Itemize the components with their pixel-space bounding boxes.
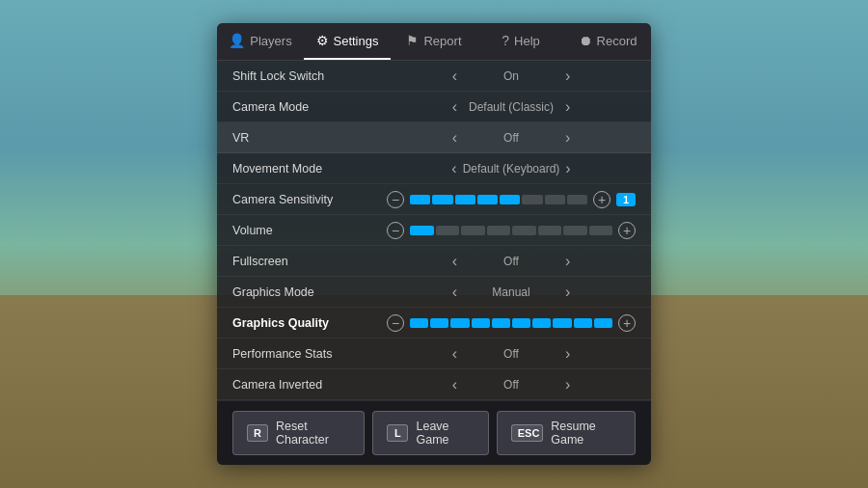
slider-seg-5-4 xyxy=(512,226,536,235)
slider-seg-4-7 xyxy=(567,195,587,204)
slider-seg-4-4 xyxy=(500,195,520,204)
slider-track-8 xyxy=(410,318,612,328)
arrow-right-10[interactable]: › xyxy=(565,376,570,393)
setting-control-7: ‹Manual› xyxy=(387,284,636,301)
slider-seg-8-8 xyxy=(574,318,592,328)
panel-overlay: 👤Players⚙Settings⚑Report?Help⏺Record Shi… xyxy=(0,0,868,488)
btn-label-0: Reset Character xyxy=(276,420,350,447)
slider-minus-5[interactable]: − xyxy=(387,222,404,239)
setting-value-0: On xyxy=(463,69,559,83)
setting-control-10: ‹Off› xyxy=(387,376,636,393)
setting-control-4: −+1 xyxy=(387,191,636,208)
setting-label-3: Movement Mode xyxy=(232,162,387,176)
slider-seg-4-0 xyxy=(410,195,430,204)
settings-body: Shift Lock Switch‹On›Camera Mode‹Default… xyxy=(217,61,651,400)
slider-seg-8-7 xyxy=(553,318,571,328)
setting-label-0: Shift Lock Switch xyxy=(232,69,387,83)
slider-track-5 xyxy=(410,226,612,235)
setting-label-1: Camera Mode xyxy=(232,100,387,114)
action-btn-2[interactable]: ESCResume Game xyxy=(497,411,636,455)
setting-label-6: Fullscreen xyxy=(232,255,387,268)
setting-row-8: Graphics Quality−+ xyxy=(217,308,651,339)
arrow-right-6[interactable]: › xyxy=(565,253,570,270)
slider-minus-8[interactable]: − xyxy=(387,314,404,332)
slider-seg-5-3 xyxy=(487,226,511,235)
slider-plus-4[interactable]: + xyxy=(593,191,610,208)
action-btn-0[interactable]: RReset Character xyxy=(232,411,365,455)
slider-plus-5[interactable]: + xyxy=(618,222,636,239)
setting-row-10: Camera Inverted‹Off› xyxy=(217,369,651,400)
setting-control-6: ‹Off› xyxy=(387,253,636,270)
setting-row-9: Performance Stats‹Off› xyxy=(217,339,651,369)
setting-label-9: Performance Stats xyxy=(232,347,387,361)
tab-record[interactable]: ⏺Record xyxy=(564,23,651,60)
action-btn-1[interactable]: LLeave Game xyxy=(372,411,488,455)
key-badge-2: ESC xyxy=(511,424,544,442)
setting-value-2: Off xyxy=(463,131,559,145)
arrow-right-7[interactable]: › xyxy=(565,284,570,301)
tab-help[interactable]: ?Help xyxy=(477,23,564,60)
setting-value-10: Off xyxy=(463,378,559,392)
setting-control-0: ‹On› xyxy=(387,68,636,85)
setting-value-3: Default (Keyboard) xyxy=(463,162,560,176)
slider-seg-4-5 xyxy=(522,195,542,204)
slider-seg-8-6 xyxy=(532,318,551,328)
arrow-right-3[interactable]: › xyxy=(565,160,570,177)
key-badge-1: L xyxy=(387,424,408,442)
slider-seg-5-0 xyxy=(410,226,434,235)
setting-value-7: Manual xyxy=(463,285,559,299)
setting-label-4: Camera Sensitivity xyxy=(232,193,387,206)
arrow-left-2[interactable]: ‹ xyxy=(452,129,457,147)
arrow-right-0[interactable]: › xyxy=(565,68,570,85)
arrow-left-1[interactable]: ‹ xyxy=(452,98,457,116)
setting-row-7: Graphics Mode‹Manual› xyxy=(217,277,651,308)
slider-seg-5-1 xyxy=(436,226,460,235)
tab-settings[interactable]: ⚙Settings xyxy=(304,23,391,60)
setting-row-4: Camera Sensitivity−+1 xyxy=(217,184,651,215)
tab-label-players: Players xyxy=(250,34,291,48)
setting-row-0: Shift Lock Switch‹On› xyxy=(217,61,651,92)
tab-players[interactable]: 👤Players xyxy=(217,23,304,60)
slider-track-4 xyxy=(410,195,587,204)
slider-seg-8-3 xyxy=(472,318,490,328)
slider-seg-4-6 xyxy=(545,195,565,204)
record-icon: ⏺ xyxy=(579,33,592,48)
slider-seg-5-7 xyxy=(589,226,613,235)
arrow-left-6[interactable]: ‹ xyxy=(452,253,457,270)
slider-plus-8[interactable]: + xyxy=(618,314,636,332)
setting-row-6: Fullscreen‹Off› xyxy=(217,246,651,277)
key-badge-0: R xyxy=(247,424,268,442)
setting-control-8: −+ xyxy=(387,314,636,332)
setting-control-5: −+ xyxy=(387,222,636,239)
slider-seg-8-2 xyxy=(450,318,469,328)
setting-row-1: Camera Mode‹Default (Classic)› xyxy=(217,92,651,122)
arrow-left-3[interactable]: ‹ xyxy=(451,160,456,177)
settings-panel: 👤Players⚙Settings⚑Report?Help⏺Record Shi… xyxy=(217,23,651,465)
setting-label-5: Volume xyxy=(232,224,387,237)
setting-control-1: ‹Default (Classic)› xyxy=(387,98,636,116)
settings-icon: ⚙ xyxy=(316,33,329,48)
report-icon: ⚑ xyxy=(406,33,419,48)
arrow-right-9[interactable]: › xyxy=(565,345,570,363)
arrow-left-0[interactable]: ‹ xyxy=(452,68,457,85)
arrow-left-10[interactable]: ‹ xyxy=(452,376,457,393)
arrow-right-2[interactable]: › xyxy=(565,129,570,147)
tab-label-settings: Settings xyxy=(334,34,379,48)
slider-seg-5-6 xyxy=(563,226,587,235)
setting-row-2: VR‹Off› xyxy=(217,122,651,153)
arrow-right-1[interactable]: › xyxy=(565,98,570,116)
setting-label-2: VR xyxy=(232,131,387,145)
tab-report[interactable]: ⚑Report xyxy=(391,23,477,60)
slider-seg-8-9 xyxy=(594,318,612,328)
bottom-bar: RReset CharacterLLeave GameESCResume Gam… xyxy=(217,400,651,465)
setting-value-9: Off xyxy=(463,347,559,361)
tab-label-report: Report xyxy=(423,34,461,48)
setting-label-8: Graphics Quality xyxy=(232,316,387,330)
btn-label-1: Leave Game xyxy=(416,420,474,447)
setting-control-9: ‹Off› xyxy=(387,345,636,363)
slider-minus-4[interactable]: − xyxy=(387,191,404,208)
arrow-left-7[interactable]: ‹ xyxy=(452,284,457,301)
setting-value-6: Off xyxy=(463,255,559,268)
arrow-left-9[interactable]: ‹ xyxy=(452,345,457,363)
setting-label-7: Graphics Mode xyxy=(232,285,387,299)
